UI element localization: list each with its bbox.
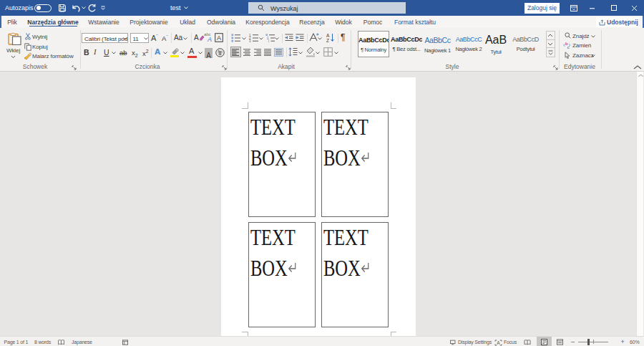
svg-text:Z: Z xyxy=(326,38,329,43)
svg-text:A: A xyxy=(497,340,500,345)
svg-text:c: c xyxy=(567,45,570,49)
svg-text:3: 3 xyxy=(249,39,251,42)
svg-text:A: A xyxy=(217,34,221,42)
svg-text:i: i xyxy=(268,39,269,42)
